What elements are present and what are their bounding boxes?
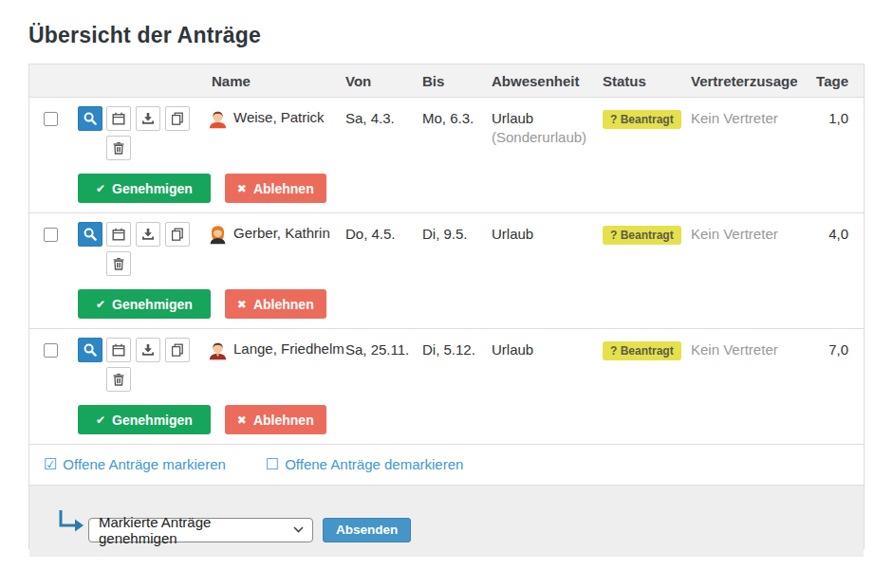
search-icon[interactable] bbox=[78, 106, 102, 131]
employee-name: Weise, Patrick bbox=[233, 109, 325, 125]
check-icon: ✔ bbox=[96, 298, 105, 311]
employee-avatar bbox=[208, 340, 228, 360]
employee-name: Gerber, Kathrin bbox=[233, 225, 330, 241]
header-status: Status bbox=[603, 73, 691, 89]
substitute-status: Kein Vertreter bbox=[691, 329, 812, 392]
bulk-action-select[interactable]: Markierte Anträge genehmigen bbox=[88, 518, 313, 542]
header-von: Von bbox=[345, 73, 422, 89]
table-row: Lange, Friedhelm Sa, 25.11. Di, 5.12. Ur… bbox=[29, 329, 864, 445]
table-row: Weise, Patrick Sa, 4.3. Mo, 6.3. Urlaub … bbox=[29, 98, 864, 213]
download-icon[interactable] bbox=[136, 106, 160, 131]
absence-subtype: (Sonderurlaub) bbox=[492, 129, 603, 145]
header-bis: Bis bbox=[422, 73, 492, 89]
table-header-row: Name Von Bis Abwesenheit Status Vertrete… bbox=[29, 64, 864, 98]
checkbox-empty-icon: ☐ bbox=[266, 457, 279, 472]
cross-icon: ✖ bbox=[237, 413, 247, 427]
header-name: Name bbox=[208, 73, 345, 89]
cross-icon: ✖ bbox=[237, 298, 247, 311]
date-from: Sa, 25.11. bbox=[345, 329, 422, 392]
trash-icon[interactable] bbox=[106, 367, 131, 392]
status-badge: ? Beantragt bbox=[603, 226, 681, 245]
requests-overview-page: Übersicht der Anträge Name Von Bis Abwes… bbox=[0, 0, 893, 549]
approve-button[interactable]: ✔Genehmigen bbox=[78, 174, 211, 203]
check-icon: ✔ bbox=[96, 413, 105, 427]
employee-avatar bbox=[208, 225, 228, 245]
search-icon[interactable] bbox=[78, 222, 102, 247]
status-badge: ? Beantragt bbox=[603, 110, 681, 129]
trash-icon[interactable] bbox=[106, 136, 131, 160]
download-icon[interactable] bbox=[136, 222, 160, 247]
calendar-icon[interactable] bbox=[106, 222, 131, 247]
mark-open-requests-link[interactable]: ☑Offene Anträge markieren bbox=[44, 456, 226, 472]
absence-type: Urlaub bbox=[492, 341, 603, 358]
search-icon[interactable] bbox=[78, 338, 102, 362]
trash-icon[interactable] bbox=[106, 251, 131, 276]
unmark-open-requests-link[interactable]: ☐Offene Anträge demarkieren bbox=[266, 456, 464, 472]
page-title: Übersicht der Anträge bbox=[28, 23, 865, 48]
check-icon: ✔ bbox=[96, 182, 105, 195]
row-select-checkbox[interactable] bbox=[44, 343, 58, 358]
days-count: 1,0 bbox=[812, 98, 864, 160]
checkbox-checked-icon: ☑ bbox=[44, 457, 57, 472]
employee-name: Lange, Friedhelm bbox=[233, 340, 344, 357]
submit-button[interactable]: Absenden bbox=[323, 518, 411, 542]
calendar-icon[interactable] bbox=[106, 106, 131, 131]
status-badge: ? Beantragt bbox=[603, 341, 681, 360]
header-tage: Tage bbox=[812, 73, 864, 89]
days-count: 4,0 bbox=[812, 213, 864, 276]
requests-table: Name Von Bis Abwesenheit Status Vertrete… bbox=[28, 64, 865, 549]
copy-icon[interactable] bbox=[165, 222, 190, 247]
bulk-action-selected-option: Markierte Anträge genehmigen bbox=[99, 514, 293, 546]
calendar-icon[interactable] bbox=[106, 338, 131, 362]
substitute-status: Kein Vertreter bbox=[691, 98, 812, 160]
absence-type: Urlaub bbox=[492, 226, 603, 242]
reject-button[interactable]: ✖Ablehnen bbox=[225, 289, 326, 319]
row-select-checkbox[interactable] bbox=[44, 112, 58, 126]
approve-button[interactable]: ✔Genehmigen bbox=[78, 289, 211, 319]
copy-icon[interactable] bbox=[165, 338, 190, 362]
download-icon[interactable] bbox=[136, 338, 160, 362]
absence-type: Urlaub bbox=[492, 110, 603, 126]
date-to: Mo, 6.3. bbox=[422, 98, 492, 160]
cross-icon: ✖ bbox=[237, 182, 247, 195]
header-vertreterzusage: Vertreterzusage bbox=[691, 73, 812, 89]
date-from: Do, 4.5. bbox=[345, 213, 422, 276]
approve-button[interactable]: ✔Genehmigen bbox=[78, 405, 211, 434]
reject-button[interactable]: ✖Ablehnen bbox=[225, 405, 326, 434]
days-count: 7,0 bbox=[812, 329, 864, 392]
header-abwesenheit: Abwesenheit bbox=[492, 73, 603, 89]
bulk-action-bar: Markierte Anträge genehmigen Absenden bbox=[29, 486, 864, 557]
bulk-select-links: ☑Offene Anträge markieren ☐Offene Anträg… bbox=[29, 445, 864, 486]
date-from: Sa, 4.3. bbox=[345, 98, 422, 160]
apply-to-selection-arrow-icon bbox=[56, 507, 84, 540]
employee-avatar bbox=[208, 109, 228, 129]
copy-icon[interactable] bbox=[165, 106, 190, 131]
row-select-checkbox[interactable] bbox=[44, 228, 58, 242]
chevron-down-icon bbox=[293, 526, 304, 533]
date-to: Di, 9.5. bbox=[422, 213, 492, 276]
date-to: Di, 5.12. bbox=[422, 329, 492, 392]
substitute-status: Kein Vertreter bbox=[691, 213, 812, 276]
reject-button[interactable]: ✖Ablehnen bbox=[225, 174, 326, 203]
table-row: Gerber, Kathrin Do, 4.5. Di, 9.5. Urlaub… bbox=[29, 213, 864, 329]
